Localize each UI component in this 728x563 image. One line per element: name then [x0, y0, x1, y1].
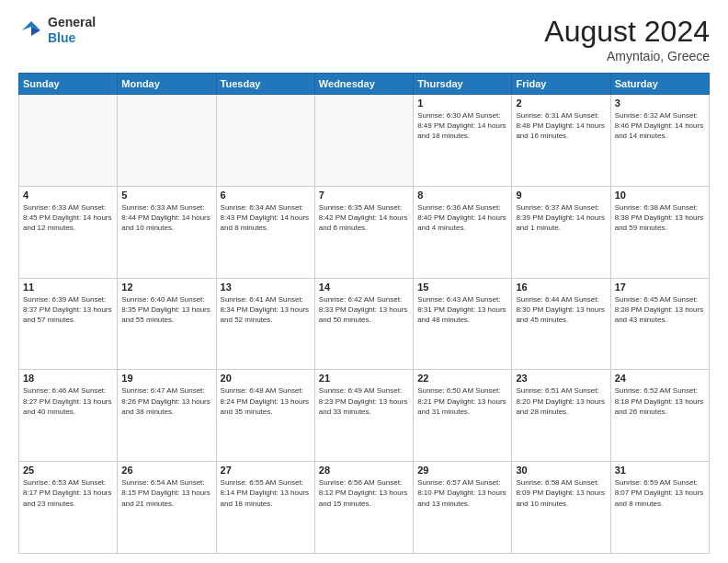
header: General Blue August 2024 Amyntaio, Greec…: [18, 15, 710, 63]
day-number: 8: [417, 190, 507, 201]
col-thursday: Thursday: [414, 74, 512, 95]
day-info: Sunrise: 6:54 AM Sunset: 8:15 PM Dayligh…: [121, 477, 211, 509]
day-number: 6: [221, 190, 311, 201]
table-row: 26Sunrise: 6:54 AM Sunset: 8:15 PM Dayli…: [118, 462, 216, 554]
col-sunday: Sunday: [19, 74, 118, 95]
day-number: 25: [23, 465, 113, 476]
day-number: 31: [615, 465, 705, 476]
logo-text: General Blue: [48, 15, 96, 46]
day-number: 2: [516, 98, 606, 109]
day-info: Sunrise: 6:52 AM Sunset: 8:18 PM Dayligh…: [615, 385, 705, 417]
table-row: 15Sunrise: 6:43 AM Sunset: 8:31 PM Dayli…: [414, 278, 512, 370]
table-row: 8Sunrise: 6:36 AM Sunset: 8:40 PM Daylig…: [414, 186, 512, 278]
day-number: 10: [615, 190, 705, 201]
day-info: Sunrise: 6:51 AM Sunset: 8:20 PM Dayligh…: [516, 385, 606, 417]
week-row-0: 1Sunrise: 6:30 AM Sunset: 8:49 PM Daylig…: [19, 95, 710, 187]
day-number: 26: [121, 465, 211, 476]
week-row-2: 11Sunrise: 6:39 AM Sunset: 8:37 PM Dayli…: [19, 278, 710, 370]
table-row: [216, 95, 314, 187]
day-info: Sunrise: 6:58 AM Sunset: 8:09 PM Dayligh…: [516, 477, 606, 509]
day-number: 1: [417, 98, 507, 109]
table-row: 31Sunrise: 6:59 AM Sunset: 8:07 PM Dayli…: [610, 462, 709, 554]
day-info: Sunrise: 6:34 AM Sunset: 8:43 PM Dayligh…: [221, 202, 311, 234]
col-wednesday: Wednesday: [314, 74, 413, 95]
day-number: 13: [221, 282, 311, 293]
day-info: Sunrise: 6:49 AM Sunset: 8:23 PM Dayligh…: [319, 385, 409, 417]
table-row: [314, 95, 413, 187]
table-row: 14Sunrise: 6:42 AM Sunset: 8:33 PM Dayli…: [314, 278, 413, 370]
table-row: 27Sunrise: 6:55 AM Sunset: 8:14 PM Dayli…: [216, 462, 314, 554]
table-row: 10Sunrise: 6:38 AM Sunset: 8:38 PM Dayli…: [610, 186, 709, 278]
day-number: 24: [615, 373, 705, 384]
page: General Blue August 2024 Amyntaio, Greec…: [0, 0, 728, 563]
day-number: 28: [319, 465, 409, 476]
table-row: [19, 95, 118, 187]
day-info: Sunrise: 6:55 AM Sunset: 8:14 PM Dayligh…: [221, 477, 311, 509]
table-row: 19Sunrise: 6:47 AM Sunset: 8:26 PM Dayli…: [118, 370, 216, 462]
calendar-title: August 2024: [544, 15, 710, 49]
day-number: 7: [319, 190, 409, 201]
week-row-1: 4Sunrise: 6:33 AM Sunset: 8:45 PM Daylig…: [19, 186, 710, 278]
table-row: 5Sunrise: 6:33 AM Sunset: 8:44 PM Daylig…: [118, 186, 216, 278]
week-row-3: 18Sunrise: 6:46 AM Sunset: 8:27 PM Dayli…: [19, 370, 710, 462]
day-info: Sunrise: 6:48 AM Sunset: 8:24 PM Dayligh…: [221, 385, 311, 417]
logo-icon: [18, 17, 44, 43]
table-row: 3Sunrise: 6:32 AM Sunset: 8:46 PM Daylig…: [610, 95, 709, 187]
table-row: 7Sunrise: 6:35 AM Sunset: 8:42 PM Daylig…: [314, 186, 413, 278]
day-info: Sunrise: 6:30 AM Sunset: 8:49 PM Dayligh…: [417, 110, 507, 142]
day-info: Sunrise: 6:35 AM Sunset: 8:42 PM Dayligh…: [319, 202, 409, 234]
table-row: [118, 95, 216, 187]
table-row: 13Sunrise: 6:41 AM Sunset: 8:34 PM Dayli…: [216, 278, 314, 370]
title-block: August 2024 Amyntaio, Greece: [544, 15, 710, 63]
day-number: 18: [23, 373, 113, 384]
day-info: Sunrise: 6:41 AM Sunset: 8:34 PM Dayligh…: [221, 294, 311, 326]
day-number: 22: [417, 373, 507, 384]
day-number: 11: [23, 282, 113, 293]
table-row: 1Sunrise: 6:30 AM Sunset: 8:49 PM Daylig…: [414, 95, 512, 187]
day-number: 29: [417, 465, 507, 476]
day-number: 12: [121, 282, 211, 293]
table-row: 6Sunrise: 6:34 AM Sunset: 8:43 PM Daylig…: [216, 186, 314, 278]
day-info: Sunrise: 6:39 AM Sunset: 8:37 PM Dayligh…: [23, 294, 113, 326]
day-number: 20: [221, 373, 311, 384]
calendar-table: Sunday Monday Tuesday Wednesday Thursday…: [18, 73, 710, 554]
day-number: 3: [615, 98, 705, 109]
day-info: Sunrise: 6:42 AM Sunset: 8:33 PM Dayligh…: [319, 294, 409, 326]
table-row: 20Sunrise: 6:48 AM Sunset: 8:24 PM Dayli…: [216, 370, 314, 462]
day-info: Sunrise: 6:45 AM Sunset: 8:28 PM Dayligh…: [615, 294, 705, 326]
table-row: 12Sunrise: 6:40 AM Sunset: 8:35 PM Dayli…: [118, 278, 216, 370]
table-row: 16Sunrise: 6:44 AM Sunset: 8:30 PM Dayli…: [512, 278, 610, 370]
day-info: Sunrise: 6:32 AM Sunset: 8:46 PM Dayligh…: [615, 110, 705, 142]
table-row: 17Sunrise: 6:45 AM Sunset: 8:28 PM Dayli…: [610, 278, 709, 370]
day-info: Sunrise: 6:33 AM Sunset: 8:44 PM Dayligh…: [121, 202, 211, 234]
col-tuesday: Tuesday: [216, 74, 314, 95]
day-number: 27: [221, 465, 311, 476]
calendar-header-row: Sunday Monday Tuesday Wednesday Thursday…: [19, 74, 710, 95]
week-row-4: 25Sunrise: 6:53 AM Sunset: 8:17 PM Dayli…: [19, 462, 710, 554]
day-info: Sunrise: 6:40 AM Sunset: 8:35 PM Dayligh…: [121, 294, 211, 326]
day-info: Sunrise: 6:59 AM Sunset: 8:07 PM Dayligh…: [615, 477, 705, 509]
day-number: 23: [516, 373, 606, 384]
table-row: 22Sunrise: 6:50 AM Sunset: 8:21 PM Dayli…: [414, 370, 512, 462]
table-row: 23Sunrise: 6:51 AM Sunset: 8:20 PM Dayli…: [512, 370, 610, 462]
day-number: 19: [121, 373, 211, 384]
table-row: 11Sunrise: 6:39 AM Sunset: 8:37 PM Dayli…: [19, 278, 118, 370]
table-row: 4Sunrise: 6:33 AM Sunset: 8:45 PM Daylig…: [19, 186, 118, 278]
table-row: 25Sunrise: 6:53 AM Sunset: 8:17 PM Dayli…: [19, 462, 118, 554]
day-number: 16: [516, 282, 606, 293]
day-number: 21: [319, 373, 409, 384]
table-row: 28Sunrise: 6:56 AM Sunset: 8:12 PM Dayli…: [314, 462, 413, 554]
calendar-location: Amyntaio, Greece: [544, 49, 710, 63]
day-number: 4: [23, 190, 113, 201]
table-row: 30Sunrise: 6:58 AM Sunset: 8:09 PM Dayli…: [512, 462, 610, 554]
logo-general: General: [48, 15, 96, 29]
day-info: Sunrise: 6:43 AM Sunset: 8:31 PM Dayligh…: [417, 294, 507, 326]
day-info: Sunrise: 6:33 AM Sunset: 8:45 PM Dayligh…: [23, 202, 113, 234]
day-info: Sunrise: 6:38 AM Sunset: 8:38 PM Dayligh…: [615, 202, 705, 234]
day-number: 5: [121, 190, 211, 201]
col-friday: Friday: [512, 74, 610, 95]
table-row: 9Sunrise: 6:37 AM Sunset: 8:39 PM Daylig…: [512, 186, 610, 278]
day-info: Sunrise: 6:57 AM Sunset: 8:10 PM Dayligh…: [417, 477, 507, 509]
day-info: Sunrise: 6:36 AM Sunset: 8:40 PM Dayligh…: [417, 202, 507, 234]
table-row: 2Sunrise: 6:31 AM Sunset: 8:48 PM Daylig…: [512, 95, 610, 187]
